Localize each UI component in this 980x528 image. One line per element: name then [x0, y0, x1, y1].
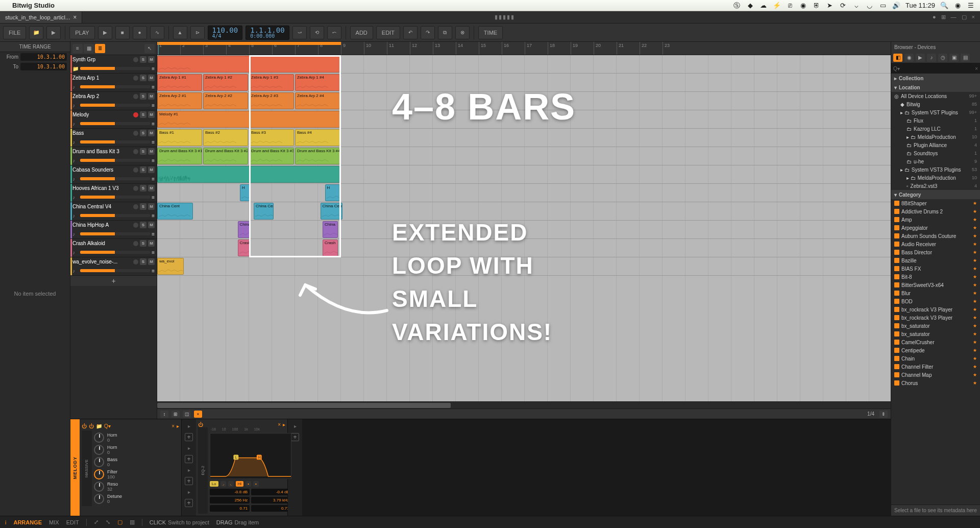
eq-freq-lo[interactable]: 256 Hz: [210, 497, 250, 503]
knob[interactable]: [94, 494, 104, 504]
track-header[interactable]: Bass S M ♪ ≡: [70, 129, 157, 147]
add-device-icon[interactable]: +: [185, 499, 193, 507]
knob-row[interactable]: Bass0: [94, 457, 122, 467]
star-icon[interactable]: ★: [973, 217, 977, 222]
volume-slider[interactable]: [80, 140, 150, 143]
position-display[interactable]: 1.1.1.00 0:00.000: [246, 26, 289, 40]
clip[interactable]: [157, 56, 340, 73]
package-filter-icon[interactable]: ▣: [949, 54, 959, 62]
edit-button[interactable]: EDIT: [376, 26, 400, 39]
cloud-icon[interactable]: ☁: [760, 2, 768, 10]
track-menu-icon[interactable]: ≡: [152, 250, 155, 255]
star-icon[interactable]: ★: [973, 209, 977, 214]
track-menu-icon[interactable]: ≡: [152, 121, 155, 127]
volume-slider[interactable]: [80, 251, 150, 254]
browser-location-item[interactable]: ▸ 🗀MeldaProduction10: [891, 133, 980, 141]
browser-category-item[interactable]: Chain★: [891, 354, 980, 363]
star-icon[interactable]: ★: [973, 372, 977, 377]
clip[interactable]: H: [240, 184, 251, 201]
star-icon[interactable]: ★: [973, 250, 977, 255]
dropbox-icon[interactable]: ◆: [746, 2, 754, 10]
clip[interactable]: Zebra Arp 2 #1: [157, 92, 202, 109]
footer-icon-2[interactable]: ⊞: [172, 411, 180, 418]
metronome-button[interactable]: ▲: [173, 26, 187, 39]
star-icon[interactable]: ★: [973, 225, 977, 230]
ruler-tick[interactable]: 23: [663, 42, 670, 55]
maximize-icon[interactable]: ▢: [962, 14, 967, 20]
zoom-label[interactable]: 1/4: [867, 411, 874, 417]
mute-button[interactable]: M: [148, 166, 155, 173]
browser-category-item[interactable]: BIAS FX★: [891, 265, 980, 273]
browser-location-item[interactable]: 🗀Kazrog LLC1: [891, 125, 980, 133]
devices-filter-icon[interactable]: ◧: [893, 54, 902, 62]
track-lane[interactable]: China CentChina CentChina Cent: [157, 202, 891, 221]
clip[interactable]: Zebra Arp 2 #3: [249, 92, 294, 109]
eq-graph[interactable]: L H: [210, 433, 291, 479]
star-icon[interactable]: ★: [973, 331, 977, 337]
volume-slider[interactable]: [80, 67, 150, 70]
track-header[interactable]: Cabasa Sounders S M ♪ ≡: [70, 165, 157, 184]
panel-icon-4[interactable]: ▥: [130, 519, 135, 525]
record-arm-icon[interactable]: [133, 149, 138, 154]
track-header[interactable]: Hooves African 1 V3 S M ♪ ≡: [70, 184, 157, 202]
eq-freq-hi[interactable]: 3.79 kHz: [251, 497, 291, 503]
browser-location-item[interactable]: 🗀Flux1: [891, 116, 980, 125]
spotlight-icon[interactable]: 🔍: [940, 2, 948, 10]
add-device-icon[interactable]: +: [291, 433, 299, 441]
browser-category-item[interactable]: BitterSweetV3-x64★: [891, 281, 980, 289]
volume-slider[interactable]: [80, 232, 150, 235]
track-header[interactable]: wa_evolve_noise-... S M ♪ ≡: [70, 257, 157, 276]
browser-location-item[interactable]: ▫Zebra2.vst34: [891, 182, 980, 190]
hi-shape-icon[interactable]: ◟: [228, 481, 234, 487]
mute-button[interactable]: M: [148, 185, 155, 191]
browser-category-item[interactable]: bx_saturator★: [891, 322, 980, 330]
clip[interactable]: Drum and Bass Kit 3 #3: [249, 148, 294, 164]
knob-row[interactable]: Reso32: [94, 482, 122, 492]
browser-location-item[interactable]: ▸ 🗀MeldaProduction10: [891, 174, 980, 182]
browser-location-item[interactable]: 🗀Soundtoys1: [891, 149, 980, 157]
solo-button[interactable]: S: [140, 130, 146, 136]
star-icon[interactable]: ★: [973, 274, 977, 279]
solo-button[interactable]: S: [140, 56, 146, 63]
browser-location-item[interactable]: ▸ 🗀System VST3 Plugins53: [891, 165, 980, 174]
browser-category-item[interactable]: Arpeggiator★: [891, 224, 980, 232]
power-icon[interactable]: ⏻: [82, 423, 87, 429]
browser-category-item[interactable]: Channel Map★: [891, 371, 980, 379]
stop-button[interactable]: ■: [115, 26, 130, 39]
solo-button[interactable]: S: [140, 75, 146, 81]
ruler-tick[interactable]: 16: [502, 42, 509, 55]
play-small-button[interactable]: ▶: [46, 26, 61, 39]
add-button[interactable]: ADD: [350, 26, 373, 39]
clip[interactable]: China Cent: [254, 203, 274, 220]
panel-icon-3[interactable]: ▢: [117, 519, 122, 525]
browser-category-item[interactable]: BOD★: [891, 297, 980, 305]
record-button[interactable]: ●: [133, 26, 147, 39]
volume-slider[interactable]: [80, 122, 150, 125]
solo-button[interactable]: S: [140, 258, 146, 265]
solo-button[interactable]: S: [140, 222, 146, 228]
clip[interactable]: wa_evol: [157, 258, 184, 275]
star-icon[interactable]: ★: [973, 315, 977, 320]
ruler-tick[interactable]: 13: [433, 42, 440, 55]
eq-gain-lo[interactable]: -0.8 dB: [210, 489, 250, 495]
nvidia-icon[interactable]: ◉: [799, 2, 807, 10]
track-menu-icon[interactable]: ≡: [152, 139, 155, 145]
star-icon[interactable]: ★: [973, 282, 977, 287]
add-device-icon[interactable]: +: [185, 477, 193, 485]
browser-category-item[interactable]: CamelCrusher★: [891, 338, 980, 346]
track-header[interactable]: Melody S M ♪ ≡: [70, 110, 157, 129]
star-icon[interactable]: ★: [973, 258, 977, 263]
siri-icon[interactable]: ◉: [953, 2, 962, 10]
footer-close-icon[interactable]: ×: [194, 411, 202, 418]
clip[interactable]: Zebra Arp 1 #3: [249, 74, 294, 91]
clock[interactable]: Tue 11:29: [905, 2, 935, 9]
track-header[interactable]: Drum and Bass Kit 3 S M ♪ ≡: [70, 147, 157, 165]
samples-filter-icon[interactable]: ♪: [927, 54, 936, 62]
record-arm-icon[interactable]: [133, 112, 138, 117]
close-window-icon[interactable]: ×: [972, 14, 975, 20]
browser-category-item[interactable]: Blur★: [891, 289, 980, 297]
browser-category-item[interactable]: bx_saturator★: [891, 330, 980, 338]
ruler-tick[interactable]: 21: [617, 42, 624, 55]
clip[interactable]: Zebra Arp 1 #2: [203, 74, 248, 91]
browser-category-item[interactable]: Centipede★: [891, 346, 980, 354]
